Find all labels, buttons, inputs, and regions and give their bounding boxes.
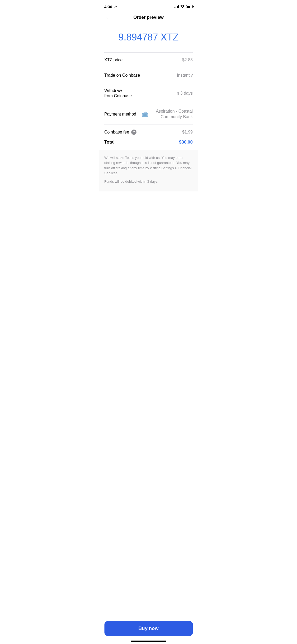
bank-icon [142, 112, 148, 117]
status-bar: 4:30 ↗ [99, 0, 198, 12]
back-button[interactable]: ← [104, 13, 112, 22]
total-label: Total [104, 140, 115, 145]
svg-rect-2 [144, 114, 145, 116]
signal-icon [175, 5, 179, 8]
total-row: Total $30.00 [104, 137, 193, 150]
fee-label-container: Coinbase fee ? [104, 130, 136, 135]
xtz-price-value: $2.83 [182, 58, 193, 62]
fee-label-text: Coinbase fee [104, 130, 129, 135]
amount-section: 9.894787 XTZ [99, 23, 198, 52]
svg-rect-4 [146, 114, 147, 116]
fee-help-icon[interactable]: ? [131, 130, 136, 135]
disclaimer-section: We will stake Tezos you hold with us. Yo… [99, 150, 198, 192]
payment-value: Aspiration - Coastal Community Bank [142, 109, 193, 120]
svg-marker-5 [142, 112, 148, 114]
trade-coinbase-value: Instantly [177, 73, 193, 78]
bottom-spacer [99, 191, 198, 213]
wifi-icon [180, 5, 185, 9]
svg-rect-3 [145, 114, 146, 116]
time-label: 4:30 [104, 4, 112, 9]
total-value: $30.00 [179, 140, 193, 145]
order-details: XTZ price $2.83 Trade on Coinbase Instan… [99, 53, 198, 150]
payment-method-row: Payment method Aspiration - Coastal Comm… [104, 104, 193, 125]
fee-value: $1.99 [182, 130, 193, 135]
payment-method-label: Payment method [104, 112, 136, 117]
trade-coinbase-label: Trade on Coinbase [104, 73, 140, 78]
svg-rect-6 [142, 116, 148, 117]
location-icon: ↗ [114, 5, 117, 9]
trade-coinbase-row: Trade on Coinbase Instantly [104, 68, 193, 83]
status-time: 4:30 ↗ [104, 4, 117, 9]
xtz-price-label: XTZ price [104, 57, 122, 63]
funds-disclaimer: Funds will be debited within 3 days. [104, 179, 193, 184]
withdraw-coinbase-row: Withdrawfrom Coinbase In 3 days [104, 83, 193, 104]
nav-header: ← Order preview [99, 12, 198, 23]
battery-icon [186, 5, 193, 8]
withdraw-coinbase-label: Withdrawfrom Coinbase [104, 88, 132, 99]
withdraw-coinbase-value: In 3 days [176, 91, 193, 96]
crypto-amount: 9.894787 XTZ [104, 32, 193, 43]
svg-rect-1 [143, 114, 144, 116]
status-icons [175, 5, 193, 9]
xtz-price-row: XTZ price $2.83 [104, 53, 193, 68]
page-title: Order preview [133, 15, 163, 20]
staking-disclaimer: We will stake Tezos you hold with us. Yo… [104, 155, 193, 176]
coinbase-fee-row: Coinbase fee ? $1.99 [104, 125, 193, 137]
bank-name: Aspiration - Coastal Community Bank [150, 109, 193, 120]
